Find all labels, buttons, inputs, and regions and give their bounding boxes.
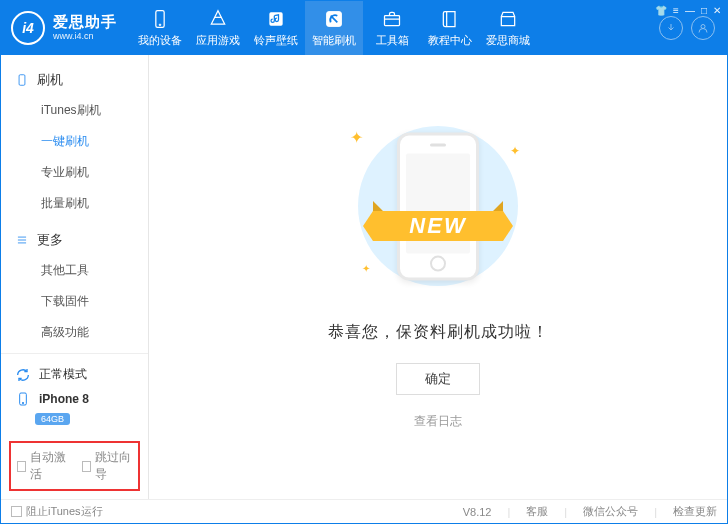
flash-icon	[324, 9, 344, 29]
svg-rect-6	[19, 75, 25, 86]
sparkle-icon: ✦	[510, 144, 520, 158]
phone-outline-icon	[15, 73, 29, 87]
checkbox-icon	[11, 506, 22, 517]
phone-icon	[150, 9, 170, 29]
ok-button[interactable]: 确定	[396, 363, 480, 395]
app-logo: i4 爱思助手 www.i4.cn	[1, 1, 131, 55]
app-subtitle: www.i4.cn	[53, 32, 117, 42]
sparkle-icon: ✦	[362, 263, 370, 274]
minimize-button[interactable]: —	[685, 5, 695, 16]
toolbox-icon	[382, 9, 402, 29]
device-name: iPhone 8	[39, 392, 89, 406]
nav-my-device[interactable]: 我的设备	[131, 1, 189, 55]
sidebar-group-more[interactable]: 更多	[1, 225, 148, 255]
main-nav: 我的设备 应用游戏 铃声壁纸 智能刷机 工具箱 教程中心 爱思商城	[131, 1, 647, 55]
user-icon	[697, 22, 709, 34]
version-label: V8.12	[463, 506, 492, 518]
app-header: i4 爱思助手 www.i4.cn 我的设备 应用游戏 铃声壁纸 智能刷机 工具…	[1, 1, 727, 55]
nav-label: 工具箱	[376, 33, 409, 48]
store-icon	[498, 9, 518, 29]
device-icon	[15, 391, 31, 407]
checkbox-icon	[82, 461, 91, 472]
device-mode-row[interactable]: 正常模式	[11, 362, 138, 387]
view-log-link[interactable]: 查看日志	[414, 413, 462, 430]
nav-label: 教程中心	[428, 33, 472, 48]
app-title: 爱思助手	[53, 14, 117, 31]
sidebar-footer: 正常模式 iPhone 8 64GB	[1, 353, 148, 433]
sidebar-item-other-tools[interactable]: 其他工具	[1, 255, 148, 286]
sidebar-item-pro-flash[interactable]: 专业刷机	[1, 157, 148, 188]
checkbox-label: 阻止iTunes运行	[26, 504, 103, 519]
sidebar-item-batch-flash[interactable]: 批量刷机	[1, 188, 148, 219]
svg-text:NEW: NEW	[409, 213, 467, 238]
sidebar-item-itunes-flash[interactable]: iTunes刷机	[1, 95, 148, 126]
sidebar-group-label: 更多	[37, 231, 63, 249]
download-button[interactable]	[659, 16, 683, 40]
nav-label: 爱思商城	[486, 33, 530, 48]
refresh-icon	[15, 367, 31, 383]
user-button[interactable]	[691, 16, 715, 40]
app-icon	[208, 9, 228, 29]
new-ribbon: NEW	[363, 196, 513, 256]
main-content: ✦ ✦ ✦ NEW 恭喜您，保资料刷机成功啦！ 确定 查看日志	[149, 55, 727, 499]
download-icon	[665, 22, 677, 34]
sidebar-item-onekey-flash[interactable]: 一键刷机	[1, 126, 148, 157]
support-link[interactable]: 客服	[526, 504, 548, 519]
sidebar-item-advanced[interactable]: 高级功能	[1, 317, 148, 348]
checkbox-label: 跳过向导	[95, 449, 132, 483]
music-icon	[266, 9, 286, 29]
auto-activate-checkbox[interactable]: 自动激活	[17, 449, 68, 483]
status-bar: 阻止iTunes运行 V8.12 | 客服 | 微信公众号 | 检查更新	[1, 499, 727, 523]
nav-label: 智能刷机	[312, 33, 356, 48]
sparkle-icon: ✦	[350, 128, 363, 147]
shirt-icon[interactable]: 👕	[655, 5, 667, 16]
svg-point-8	[22, 402, 23, 403]
nav-tutorials[interactable]: 教程中心	[421, 1, 479, 55]
menu-icon[interactable]: ≡	[673, 5, 679, 16]
svg-point-5	[701, 25, 705, 29]
mode-label: 正常模式	[39, 366, 87, 383]
nav-label: 应用游戏	[196, 33, 240, 48]
maximize-button[interactable]: □	[701, 5, 707, 16]
close-button[interactable]: ✕	[713, 5, 721, 16]
svg-point-1	[159, 24, 161, 26]
nav-apps-games[interactable]: 应用游戏	[189, 1, 247, 55]
nav-smart-flash[interactable]: 智能刷机	[305, 1, 363, 55]
block-itunes-checkbox[interactable]: 阻止iTunes运行	[11, 504, 103, 519]
checkbox-label: 自动激活	[30, 449, 67, 483]
success-message: 恭喜您，保资料刷机成功啦！	[328, 322, 549, 343]
sidebar-group-flash[interactable]: 刷机	[1, 65, 148, 95]
logo-icon: i4	[11, 11, 45, 45]
checkbox-icon	[17, 461, 26, 472]
storage-badge: 64GB	[35, 413, 70, 425]
sidebar-options-highlight: 自动激活 跳过向导	[9, 441, 140, 491]
skip-guide-checkbox[interactable]: 跳过向导	[82, 449, 133, 483]
sidebar: 刷机 iTunes刷机 一键刷机 专业刷机 批量刷机 更多 其他工具 下载固件 …	[1, 55, 149, 499]
nav-label: 铃声壁纸	[254, 33, 298, 48]
success-illustration: ✦ ✦ ✦ NEW	[338, 124, 538, 304]
nav-toolbox[interactable]: 工具箱	[363, 1, 421, 55]
device-row[interactable]: iPhone 8	[11, 387, 138, 411]
wechat-link[interactable]: 微信公众号	[583, 504, 638, 519]
svg-rect-4	[385, 15, 400, 25]
list-icon	[15, 233, 29, 247]
sidebar-group-label: 刷机	[37, 71, 63, 89]
sidebar-item-download-firmware[interactable]: 下载固件	[1, 286, 148, 317]
nav-store[interactable]: 爱思商城	[479, 1, 537, 55]
window-controls: 👕 ≡ — □ ✕	[655, 5, 721, 16]
nav-ringtone-wallpaper[interactable]: 铃声壁纸	[247, 1, 305, 55]
nav-label: 我的设备	[138, 33, 182, 48]
check-update-link[interactable]: 检查更新	[673, 504, 717, 519]
book-icon	[440, 9, 460, 29]
